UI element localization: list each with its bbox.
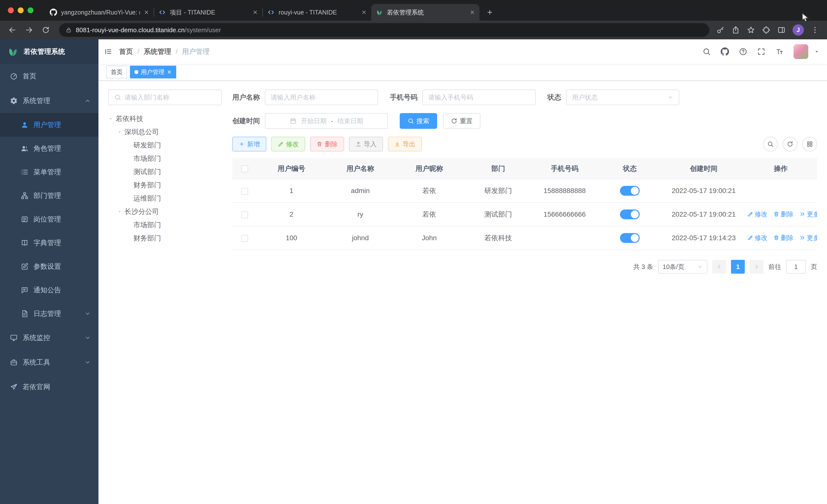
tree-node-dept[interactable]: 测试部门 (108, 165, 222, 178)
grid-columns-icon (807, 141, 813, 147)
sidebar-item-notice[interactable]: 通知公告 (0, 278, 98, 302)
tree-node-dept[interactable]: 财务部门 (108, 232, 222, 245)
window-close-button[interactable] (8, 7, 14, 13)
tree-node-branch[interactable]: 深圳总公司 (108, 125, 222, 139)
sidebar-item-home[interactable]: 首页 (0, 64, 98, 89)
help-question-icon[interactable] (739, 48, 747, 56)
page-number-button[interactable]: 1 (731, 260, 745, 274)
search-button[interactable]: 搜索 (400, 113, 437, 129)
browser-tab-project[interactable]: 项目 - TITANIDE (154, 4, 262, 21)
row-edit-button[interactable]: 修改 (747, 210, 768, 219)
tree-node-dept[interactable]: 财务部门 (108, 178, 222, 192)
side-panel-icon[interactable] (777, 26, 786, 34)
tree-node-dept[interactable]: 研发部门 (108, 139, 222, 152)
fullscreen-icon[interactable] (757, 48, 766, 56)
reset-button[interactable]: 重置 (443, 113, 480, 129)
sidebar-item-dept-management[interactable]: 部门管理 (0, 184, 98, 208)
app-logo[interactable]: 若依管理系统 (0, 39, 98, 64)
caret-down-icon[interactable] (117, 209, 122, 214)
tree-node-dept[interactable]: 运维部门 (108, 192, 222, 205)
sidebar-item-param-settings[interactable]: 参数设置 (0, 255, 98, 278)
header-search-icon[interactable] (702, 48, 711, 56)
delete-button[interactable]: 删除 (310, 137, 344, 152)
github-icon[interactable] (721, 48, 729, 56)
tag-close-icon[interactable] (167, 69, 172, 74)
row-checkbox[interactable] (241, 212, 248, 218)
browser-tab-ruoyi-active[interactable]: 若依管理系统 (371, 4, 480, 21)
status-select[interactable]: 用户状态 (566, 90, 679, 105)
toggle-search-button[interactable] (763, 137, 778, 152)
breadcrumb-home[interactable]: 首页 (119, 47, 133, 56)
sidebar-item-system-monitor[interactable]: 系统监控 (0, 326, 98, 350)
date-range-picker[interactable]: 开始日期 - 结束日期 (265, 113, 388, 129)
back-button[interactable] (8, 26, 16, 34)
tree-node-dept[interactable]: 市场部门 (108, 218, 222, 232)
page-size-select[interactable]: 10条/页 (658, 260, 708, 274)
dept-search-input[interactable] (125, 94, 215, 101)
caret-down-icon[interactable] (117, 129, 122, 134)
sidebar-item-post-management[interactable]: 岗位管理 (0, 208, 98, 231)
row-checkbox[interactable] (241, 188, 248, 195)
user-avatar[interactable] (793, 44, 808, 59)
tree-node-dept[interactable]: 市场部门 (108, 152, 222, 165)
tab-close-icon[interactable] (252, 10, 258, 15)
tab-close-icon[interactable] (361, 10, 367, 15)
tree-node-branch[interactable]: 长沙分公司 (108, 205, 222, 218)
extensions-puzzle-icon[interactable] (762, 26, 770, 34)
sidebar-item-dict-management[interactable]: 字典管理 (0, 231, 98, 255)
phone-input[interactable] (428, 94, 530, 101)
row-delete-button[interactable]: 删除 (773, 210, 793, 219)
caret-down-icon[interactable] (108, 116, 113, 121)
sidebar-item-system-tools[interactable]: 系统工具 (0, 350, 98, 375)
breadcrumb-system[interactable]: 系统管理 (144, 47, 171, 56)
tag-home[interactable]: 首页 (106, 66, 127, 78)
import-button[interactable]: 导入 (349, 137, 383, 152)
row-delete-button[interactable]: 删除 (773, 234, 793, 242)
password-key-icon[interactable] (716, 26, 725, 34)
page-jump-input[interactable] (786, 260, 806, 274)
sidebar-collapse-icon[interactable] (104, 48, 112, 56)
font-size-icon[interactable] (775, 48, 784, 56)
row-more-button[interactable]: 更多 (799, 210, 817, 219)
export-button[interactable]: 导出 (388, 137, 422, 152)
reload-button[interactable] (42, 26, 50, 34)
browser-menu-icon[interactable] (811, 26, 819, 34)
tree-node-company[interactable]: 若依科技 (108, 112, 222, 125)
prev-page-button[interactable] (712, 260, 726, 274)
window-zoom-button[interactable] (28, 7, 34, 13)
add-button[interactable]: 新增 (232, 137, 266, 152)
tag-user-management[interactable]: 用户管理 (130, 66, 176, 78)
column-settings-button[interactable] (802, 137, 817, 152)
status-toggle[interactable] (620, 233, 640, 243)
browser-tab-github[interactable]: yangzongzhuan/RuoYi-Vue: (R (45, 4, 154, 21)
sidebar-item-system-management[interactable]: 系统管理 (0, 89, 98, 113)
tab-close-icon[interactable] (144, 10, 149, 15)
filter-create-time: 创建时间 开始日期 - 结束日期 (232, 113, 388, 129)
share-icon[interactable] (731, 26, 740, 34)
status-toggle[interactable] (620, 186, 640, 196)
row-more-button[interactable]: 更多 (799, 234, 817, 242)
tab-close-icon[interactable] (470, 10, 475, 15)
cell-nickname: 若依 (395, 203, 464, 226)
row-edit-button[interactable]: 修改 (747, 234, 768, 242)
sidebar-item-user-management[interactable]: 用户管理 (0, 113, 98, 137)
next-page-button[interactable] (750, 260, 764, 274)
username-input[interactable] (271, 94, 372, 101)
sidebar-item-menu-management[interactable]: 菜单管理 (0, 160, 98, 184)
sidebar-item-role-management[interactable]: 角色管理 (0, 137, 98, 160)
forward-button[interactable] (25, 26, 33, 34)
edit-button[interactable]: 修改 (271, 137, 305, 152)
select-all-checkbox[interactable] (241, 165, 248, 172)
sidebar-item-official-site[interactable]: 若依官网 (0, 375, 98, 399)
row-checkbox[interactable] (241, 235, 248, 242)
bookmark-star-icon[interactable] (747, 26, 755, 34)
new-tab-button[interactable] (483, 6, 496, 19)
browser-tab-ide[interactable]: rouyi-vue - TITANIDE (263, 4, 371, 21)
browser-profile-avatar[interactable]: J (792, 24, 804, 36)
avatar-caret-icon[interactable] (814, 49, 819, 54)
window-minimize-button[interactable] (18, 7, 23, 13)
refresh-table-button[interactable] (783, 137, 797, 152)
address-bar[interactable]: 8081-rouyi-vue-demo.cloud.titanide.cn/sy… (59, 23, 709, 37)
sidebar-item-log-management[interactable]: 日志管理 (0, 302, 98, 326)
status-toggle[interactable] (620, 210, 640, 219)
